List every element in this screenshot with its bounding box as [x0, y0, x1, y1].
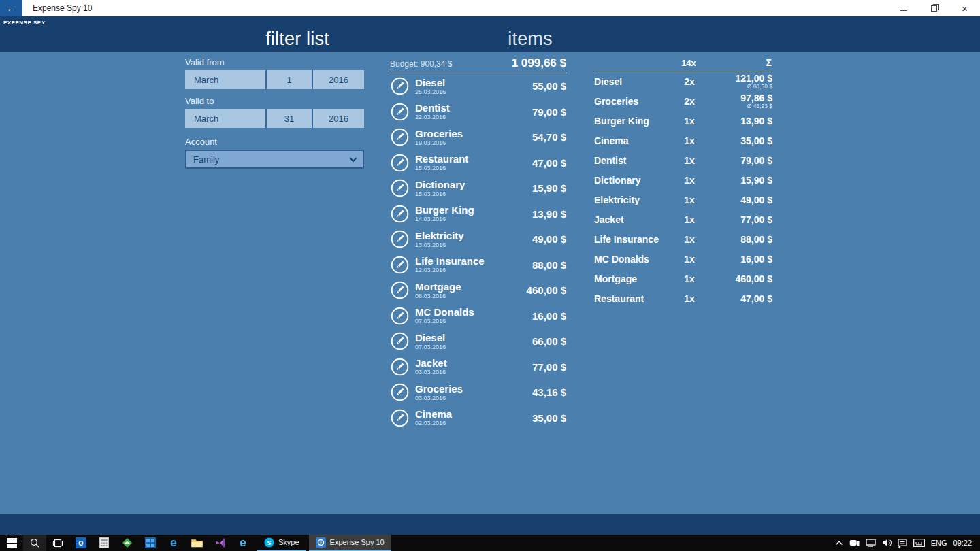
edit-pencil-icon[interactable]	[391, 358, 409, 376]
expense-name: Elektricity	[415, 231, 464, 241]
edit-pencil-icon[interactable]	[391, 281, 409, 299]
window-title: Expense Spy 10	[33, 3, 92, 13]
expense-list-item[interactable]: Burger King 14.03.2016 13,90 $	[389, 201, 567, 227]
internet-explorer-icon: e	[238, 537, 248, 548]
expense-amount: 460,00 $	[527, 284, 567, 296]
tray-device-icon[interactable]	[849, 539, 860, 546]
close-button[interactable]: ×	[949, 0, 980, 16]
summary-sum: 79,00 $	[710, 156, 772, 165]
valid-from-year[interactable]: 2016	[313, 70, 364, 89]
expense-list-item[interactable]: Dictionary 15.03.2016 15,90 $	[389, 176, 567, 201]
expense-list-item[interactable]: Dentist 22.03.2016 79,00 $	[389, 99, 567, 125]
photos-icon	[145, 537, 156, 548]
minimize-button[interactable]	[888, 0, 919, 16]
edit-pencil-icon[interactable]	[391, 154, 409, 172]
tray-chevron-up-icon[interactable]	[835, 540, 843, 546]
edit-pencil-icon[interactable]	[391, 332, 409, 350]
edit-pencil-icon[interactable]	[391, 128, 409, 146]
tray-action-center-icon[interactable]	[898, 539, 907, 548]
expense-list-item[interactable]: Jacket 03.03.2016 77,00 $	[389, 354, 567, 380]
account-label: Account	[185, 137, 364, 147]
expense-date: 08.03.2016	[415, 293, 461, 299]
file-explorer-button[interactable]	[185, 535, 208, 551]
valid-to-datepicker[interactable]: March 31 2016	[185, 109, 364, 128]
summary-sum: 49,00 $	[710, 195, 772, 205]
valid-from-day[interactable]: 1	[267, 70, 313, 89]
summary-category: Life Insurance	[594, 234, 669, 245]
summary-count: 1x	[669, 293, 710, 304]
system-tray: ENG 09:22	[835, 535, 980, 551]
clock[interactable]: 09:22	[953, 539, 972, 547]
edit-pencil-icon[interactable]	[391, 409, 409, 427]
svg-text:S: S	[267, 539, 271, 546]
valid-to-month[interactable]: March	[185, 109, 267, 128]
calculator-button[interactable]	[93, 535, 116, 551]
expense-list-item[interactable]: Groceries 03.03.2016 43,16 $	[389, 380, 567, 405]
valid-to-year[interactable]: 2016	[313, 109, 364, 128]
valid-from-month[interactable]: March	[185, 70, 267, 89]
start-button[interactable]	[0, 535, 23, 551]
expense-date: 15.03.2016	[415, 165, 468, 171]
summary-sum: 460,00 $	[710, 274, 772, 284]
app-header: EXPENSE SPY filter list items	[0, 16, 980, 52]
money-app-button[interactable]	[116, 535, 139, 551]
expense-amount: 43,16 $	[532, 386, 567, 398]
back-button[interactable]: ←	[0, 0, 22, 16]
summary-row: Life Insurance 1x 88,00 $	[594, 229, 772, 249]
expense-list-item[interactable]: Elektricity 13.03.2016 49,00 $	[389, 227, 567, 252]
account-dropdown[interactable]: Family	[185, 150, 364, 169]
expense-list-item[interactable]: Cinema 02.03.2016 35,00 $	[389, 405, 567, 431]
pivot-tab-items[interactable]: items	[508, 29, 553, 50]
edit-pencil-icon[interactable]	[391, 179, 409, 197]
tray-network-icon[interactable]	[866, 539, 876, 547]
expense-list-item[interactable]: Groceries 19.03.2016 54,70 $	[389, 124, 567, 150]
internet-explorer-button[interactable]: e	[231, 535, 255, 551]
search-icon	[30, 538, 39, 548]
calculator-icon	[99, 537, 109, 548]
summary-sum: 16,00 $	[710, 254, 772, 264]
expense-date: 07.03.2016	[415, 318, 474, 324]
valid-from-label: Valid from	[185, 57, 364, 67]
summary-count: 1x	[669, 116, 710, 127]
expense-list-item[interactable]: Diesel 07.03.2016 66,00 $	[389, 329, 567, 354]
expense-amount: 49,00 $	[532, 233, 567, 245]
valid-to-label: Valid to	[185, 96, 364, 106]
taskbar-expense-spy-button[interactable]: Expense Spy 10	[309, 535, 391, 551]
tray-volume-icon[interactable]	[882, 539, 892, 547]
photos-button[interactable]	[139, 535, 162, 551]
restore-button[interactable]	[919, 0, 949, 16]
pivot-tab-filter-list[interactable]: filter list	[265, 29, 329, 50]
taskbar-skype-button[interactable]: S Skype	[257, 535, 306, 551]
edit-pencil-icon[interactable]	[391, 383, 409, 401]
summary-row: Diesel 2x 121,00 $ Ø 60,50 $	[594, 71, 772, 91]
edit-pencil-icon[interactable]	[391, 103, 409, 121]
expense-list-item[interactable]: MC Donalds 07.03.2016 16,00 $	[389, 303, 567, 329]
edit-pencil-icon[interactable]	[391, 205, 409, 223]
tray-touch-keyboard-icon[interactable]	[913, 539, 925, 547]
summary-row: Elektricity 1x 49,00 $	[594, 190, 772, 210]
expense-date: 02.03.2016	[415, 420, 452, 427]
edit-pencil-icon[interactable]	[391, 307, 409, 325]
expense-list-item[interactable]: Life Insurance 12.03.2016 88,00 $	[389, 252, 567, 278]
restore-icon	[931, 5, 937, 12]
edge-button[interactable]: e	[162, 535, 185, 551]
outlook-button[interactable]: o	[69, 535, 93, 551]
visual-studio-button[interactable]	[208, 535, 231, 551]
expense-list-item[interactable]: Diesel 25.03.2016 55,00 $	[389, 73, 567, 99]
summary-sum: 88,00 $	[710, 235, 772, 244]
valid-from-datepicker[interactable]: March 1 2016	[185, 70, 364, 89]
search-button[interactable]	[23, 535, 46, 551]
expense-name: Diesel	[415, 78, 446, 88]
summary-count: 1x	[669, 135, 710, 146]
task-view-button[interactable]	[46, 535, 69, 551]
edit-pencil-icon[interactable]	[391, 256, 409, 274]
expense-name: Jacket	[415, 358, 447, 368]
expense-list-item[interactable]: Mortgage 08.03.2016 460,00 $	[389, 278, 567, 303]
valid-to-day[interactable]: 31	[267, 109, 313, 128]
summary-list: Diesel 2x 121,00 $ Ø 60,50 $ Groceries 2…	[594, 71, 772, 308]
edit-pencil-icon[interactable]	[391, 230, 409, 248]
edit-pencil-icon[interactable]	[391, 77, 409, 95]
language-indicator[interactable]: ENG	[931, 539, 947, 547]
expense-name: Mortgage	[415, 282, 461, 292]
expense-list-item[interactable]: Restaurant 15.03.2016 47,00 $	[389, 150, 567, 176]
